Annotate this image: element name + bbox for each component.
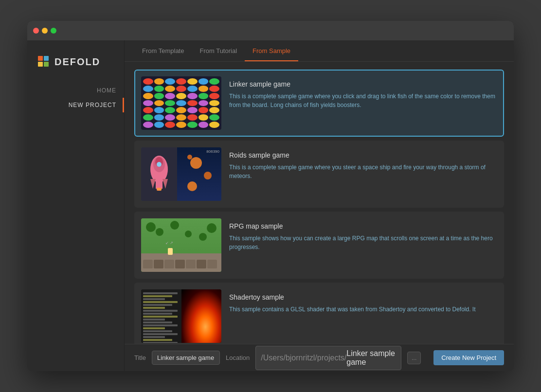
sample-title-shadertoy: Shadertoy sample <box>229 293 497 301</box>
svg-rect-7 <box>156 181 162 189</box>
nav-items: HOME NEW PROJECT <box>27 83 124 112</box>
svg-point-10 <box>157 162 162 167</box>
sample-info-roids: Roids sample game This is a complete sam… <box>229 147 497 201</box>
title-label: Title <box>134 354 146 361</box>
sample-item-rpg[interactable]: ↙ ↗ RPG map sample This sample shows how… <box>134 212 504 279</box>
footer-bar: Title Location /Users/bjornritzl/project… <box>125 344 514 371</box>
svg-rect-1 <box>44 56 49 61</box>
svg-rect-11 <box>157 188 162 191</box>
samples-list: Linker sample game This is a complete sa… <box>125 62 514 344</box>
location-wrapper: /Users/bjornritzl/projects/Linker sample… <box>255 346 401 370</box>
sample-item-linker[interactable]: Linker sample game This is a complete sa… <box>134 70 504 137</box>
location-suffix: Linker sample game <box>346 349 396 367</box>
tab-from-template[interactable]: From Template <box>134 40 192 61</box>
svg-marker-9 <box>162 179 168 189</box>
defold-logo-icon <box>37 55 51 69</box>
tab-from-tutorial[interactable]: From Tutorial <box>192 40 245 61</box>
title-input[interactable] <box>152 351 220 365</box>
sample-desc-linker: This is a complete sample game where you… <box>229 92 497 109</box>
sample-thumbnail-roids: 806390 <box>141 147 221 201</box>
sample-item-shadertoy[interactable]: Shadertoy sample This sample contains a … <box>134 283 504 344</box>
sample-info-shadertoy: Shadertoy sample This sample contains a … <box>229 289 497 343</box>
sample-thumbnail-shadertoy <box>141 289 221 343</box>
titlebar <box>27 21 514 40</box>
svg-rect-0 <box>38 56 43 61</box>
sidebar: DEFOLD HOME NEW PROJECT <box>27 40 125 371</box>
sample-desc-shadertoy: This sample contains a GLSL shader that … <box>229 305 497 314</box>
sample-title-linker: Linker sample game <box>229 80 497 88</box>
logo-area: DEFOLD <box>27 50 124 83</box>
sample-item-roids[interactable]: 806390 Roids sample game This is a compl… <box>134 141 504 208</box>
location-prefix: /Users/bjornritzl/projects/ <box>261 354 346 362</box>
sample-thumbnail-linker <box>141 76 221 130</box>
sample-desc-rpg: This sample shows how you can create a l… <box>229 234 497 251</box>
sample-info-rpg: RPG map sample This sample shows how you… <box>229 218 497 272</box>
tabs-bar: From Template From Tutorial From Sample <box>125 40 514 62</box>
maximize-button[interactable] <box>51 28 56 34</box>
close-button[interactable] <box>33 28 39 34</box>
svg-rect-3 <box>44 62 49 67</box>
sample-title-roids: Roids sample game <box>229 151 497 159</box>
sidebar-item-new-project[interactable]: NEW PROJECT <box>27 98 124 112</box>
minimize-button[interactable] <box>42 28 48 34</box>
svg-marker-8 <box>150 179 156 189</box>
sample-title-rpg: RPG map sample <box>229 222 497 230</box>
tab-from-sample[interactable]: From Sample <box>245 40 298 61</box>
sample-info-linker: Linker sample game This is a complete sa… <box>229 76 497 130</box>
location-browse-button[interactable]: ... <box>407 352 421 364</box>
traffic-lights <box>33 28 56 34</box>
sample-thumbnail-rpg: ↙ ↗ <box>141 218 221 272</box>
logo-text: DEFOLD <box>54 56 100 68</box>
main-window: DEFOLD HOME NEW PROJECT From Template Fr… <box>27 21 514 371</box>
location-label: Location <box>226 354 250 361</box>
create-new-project-button[interactable]: Create New Project <box>433 350 504 365</box>
sidebar-item-home[interactable]: HOME <box>27 83 124 98</box>
main-panel: From Template From Tutorial From Sample <box>125 40 514 371</box>
svg-rect-2 <box>38 62 43 67</box>
sample-desc-roids: This is a complete sample game where you… <box>229 163 497 180</box>
content-area: DEFOLD HOME NEW PROJECT From Template Fr… <box>27 40 514 371</box>
